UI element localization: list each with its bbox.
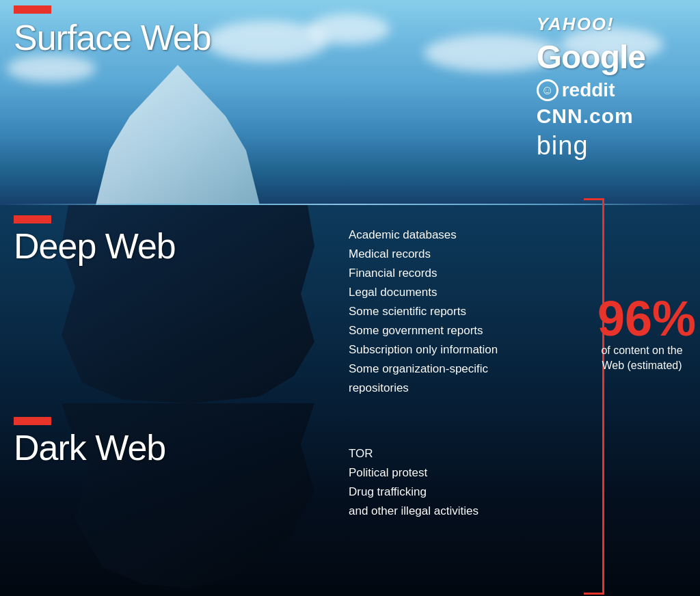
bracket-line <box>602 198 604 595</box>
cloud-5 <box>7 55 96 82</box>
deep-item-4: Legal documents <box>349 283 498 302</box>
dark-red-bar <box>14 417 51 425</box>
reddit-icon: ☺ <box>537 79 558 101</box>
bracket-top <box>584 198 604 200</box>
reddit-brand: ☺ reddit <box>537 79 615 101</box>
cloud-2 <box>308 14 390 44</box>
surface-web-title: Surface Web <box>14 17 211 58</box>
deep-item-7: Subscription only information <box>349 340 498 360</box>
deep-web-list: Academic databases Medical records Finan… <box>349 226 498 398</box>
deep-item-2: Medical records <box>349 245 498 264</box>
bing-brand: bing <box>537 131 589 161</box>
surface-red-bar <box>14 5 51 14</box>
dark-item-2: Political protest <box>349 463 479 483</box>
brands-container: YAHOO! Google ☺ reddit CNN.com bing <box>537 14 645 161</box>
deep-item-9: repositories <box>349 379 498 398</box>
deep-item-6: Some government reports <box>349 321 498 340</box>
cnn-brand: CNN.com <box>537 105 634 128</box>
yahoo-brand: YAHOO! <box>537 14 615 35</box>
bracket-bottom <box>584 593 604 595</box>
percentage-stat: 96% of content on theWeb (estimated) <box>597 294 686 374</box>
dark-item-4: and other illegal activities <box>349 502 479 521</box>
dark-web-list: TOR Political protest Drug trafficking a… <box>349 444 479 521</box>
dark-item-3: Drug trafficking <box>349 483 479 502</box>
deep-item-8: Some organization-specific <box>349 360 498 379</box>
deep-item-5: Some scientific reports <box>349 302 498 321</box>
google-brand: Google <box>537 38 645 76</box>
svg-marker-0 <box>96 65 260 205</box>
deep-red-bar <box>14 215 51 224</box>
percent-description: of content on theWeb (estimated) <box>597 343 686 374</box>
dark-item-1: TOR <box>349 444 479 463</box>
dark-web-title: Dark Web <box>14 427 165 468</box>
deep-web-title: Deep Web <box>14 226 176 267</box>
percent-number: 96% <box>597 294 686 343</box>
deep-item-1: Academic databases <box>349 226 498 245</box>
surface-web-section: Surface Web YAHOO! Google ☺ reddit CNN.c… <box>0 0 700 205</box>
iceberg-above-water <box>89 62 267 205</box>
bracket-container <box>563 198 700 595</box>
deep-item-3: Financial records <box>349 264 498 283</box>
